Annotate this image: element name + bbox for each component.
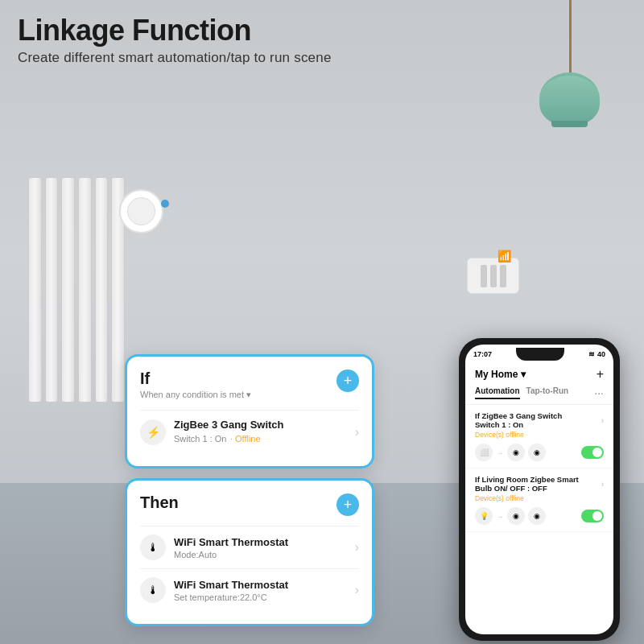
phone-signal: ≋ 40 xyxy=(588,350,605,358)
tab-tap-to-run[interactable]: Tap-to-Run xyxy=(526,386,569,399)
phone-notch xyxy=(516,348,564,361)
thermostat-icon-1: 🌡 xyxy=(140,535,166,560)
switch-icon: ⚡ xyxy=(140,419,166,445)
phone-add-button[interactable]: + xyxy=(597,367,604,382)
then-item-2-name: WiFi Smart Thermostat xyxy=(174,579,288,591)
if-card-header: If When any condition is met ▾ + xyxy=(140,369,359,400)
thermostat-wifi-indicator xyxy=(161,200,169,208)
then-card-title: Then xyxy=(140,493,179,512)
then-item-1-detail: Mode:Auto xyxy=(174,550,288,559)
phone-mockup: 17:07 ≋ 40 My Home ▾ + Automation Tap-to… xyxy=(459,338,620,641)
auto-1-subtitle: Device(s) offline xyxy=(475,431,604,439)
phone-time: 17:07 xyxy=(473,350,492,358)
then-item-2-chevron-icon: › xyxy=(355,583,359,597)
auto-2-arrow-icon: → xyxy=(496,512,504,521)
if-item-detail: Switch 1 : On xyxy=(174,434,226,444)
cards-container: If When any condition is met ▾ + ⚡ ZigBe… xyxy=(125,354,374,626)
then-item-2-detail: Set temperature:22.0°C xyxy=(174,592,288,602)
phone-automation-item-2: If Living Room Zigbee Smart Bulb ON/ OFF… xyxy=(465,469,613,532)
auto-2-icon-2: ◉ xyxy=(507,507,525,525)
if-card-item: ⚡ ZigBee 3 Gang Switch Switch 1 : On · O… xyxy=(140,410,359,453)
auto-1-title: If ZigBee 3 Gang Switch Switch 1 : On xyxy=(475,411,580,429)
if-card-header-text: If When any condition is met ▾ xyxy=(140,369,251,400)
if-card-title: If xyxy=(140,369,251,388)
auto-1-arrow-icon: → xyxy=(496,448,504,457)
radiator xyxy=(28,177,125,402)
auto-2-icon-1: 💡 xyxy=(475,507,493,525)
wall-switch-device xyxy=(467,258,519,294)
phone-outer: 17:07 ≋ 40 My Home ▾ + Automation Tap-to… xyxy=(459,338,620,641)
then-item-1-chevron-icon: › xyxy=(355,540,359,555)
phone-automation-item-1: If ZigBee 3 Gang Switch Switch 1 : On › … xyxy=(465,405,613,469)
if-card: If When any condition is met ▾ + ⚡ ZigBe… xyxy=(125,354,374,469)
if-add-button[interactable]: + xyxy=(336,369,359,392)
if-card-subtitle: When any condition is met ▾ xyxy=(140,390,251,400)
if-item-name: ZigBee 3 Gang Switch xyxy=(174,419,284,431)
auto-1-icon-3: ◉ xyxy=(528,444,546,461)
auto-1-icon-1: ⬜ xyxy=(475,444,493,461)
thermostat-icon-2: 🌡 xyxy=(140,577,166,603)
auto-2-subtitle: Device(s) offline xyxy=(475,494,604,502)
auto-2-chevron-icon: › xyxy=(601,480,604,489)
then-card-item-2: 🌡 WiFi Smart Thermostat Set temperature:… xyxy=(140,568,359,611)
then-card: Then + 🌡 WiFi Smart Thermostat Mode:Auto… xyxy=(125,478,374,626)
if-item-chevron-icon: › xyxy=(355,425,359,440)
then-card-header: Then + xyxy=(140,493,359,516)
phone-home-title: My Home ▾ xyxy=(475,369,526,380)
phone-header: My Home ▾ + xyxy=(465,361,613,385)
then-card-item-1: 🌡 WiFi Smart Thermostat Mode:Auto › xyxy=(140,526,359,568)
auto-2-icons: 💡 → ◉ ◉ xyxy=(475,507,546,525)
lamp-shade xyxy=(539,72,600,125)
header-section: Linkage Function Create different smart … xyxy=(18,14,332,66)
auto-1-icons: ⬜ → ◉ ◉ xyxy=(475,444,546,461)
phone-tabs: Automation Tap-to-Run ··· xyxy=(465,385,613,405)
auto-1-icon-2: ◉ xyxy=(507,444,525,461)
auto-1-chevron-icon: › xyxy=(601,416,604,425)
lamp-bottom xyxy=(551,121,588,127)
switch-wifi-icon: 📶 xyxy=(497,250,511,262)
page-title: Linkage Function xyxy=(18,14,332,47)
auto-1-toggle[interactable] xyxy=(581,446,604,459)
auto-2-toggle[interactable] xyxy=(581,510,604,522)
then-add-button[interactable]: + xyxy=(336,493,359,516)
phone-more-icon[interactable]: ··· xyxy=(594,386,604,399)
page-subtitle: Create different smart automation/tap to… xyxy=(18,50,332,66)
auto-2-icon-3: ◉ xyxy=(528,507,546,525)
tab-automation[interactable]: Automation xyxy=(475,386,520,399)
phone-screen: 17:07 ≋ 40 My Home ▾ + Automation Tap-to… xyxy=(465,345,613,634)
lamp-cord xyxy=(569,0,572,80)
if-item-status: · Offline xyxy=(230,434,261,444)
thermostat-device xyxy=(119,189,163,233)
auto-2-title: If Living Room Zigbee Smart Bulb ON/ OFF… xyxy=(475,475,580,493)
then-item-1-name: WiFi Smart Thermostat xyxy=(174,536,288,548)
